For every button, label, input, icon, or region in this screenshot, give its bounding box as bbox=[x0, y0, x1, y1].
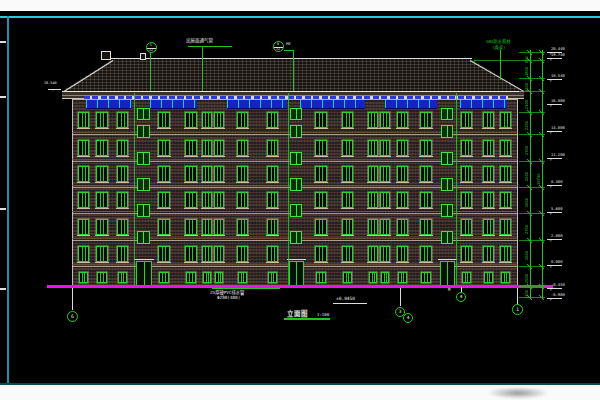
window bbox=[461, 246, 472, 262]
window-sill bbox=[213, 208, 225, 209]
window-sill bbox=[379, 156, 391, 157]
roof-vent bbox=[101, 51, 111, 60]
window-sill bbox=[482, 262, 495, 263]
window-sill bbox=[367, 128, 379, 129]
ground-elevation-underline bbox=[333, 303, 367, 304]
window bbox=[500, 140, 511, 156]
dimension-chain-line bbox=[542, 50, 543, 299]
window bbox=[483, 166, 494, 182]
detail-b-number: 8 bbox=[277, 42, 279, 46]
grid-leader-line bbox=[72, 288, 73, 310]
window bbox=[483, 192, 494, 208]
window-sill bbox=[157, 235, 171, 236]
window-sill bbox=[482, 208, 495, 209]
window-sill bbox=[482, 128, 495, 129]
window bbox=[483, 140, 494, 156]
window-sill bbox=[157, 182, 171, 183]
stair-window bbox=[441, 108, 453, 120]
basement-window bbox=[203, 272, 211, 283]
window-sill bbox=[314, 156, 328, 157]
window bbox=[214, 166, 224, 182]
left-eave-marker-value: 18.540 bbox=[44, 81, 57, 85]
window bbox=[461, 219, 472, 235]
window-sill bbox=[184, 208, 198, 209]
window bbox=[202, 140, 212, 156]
rain-downspout bbox=[288, 93, 289, 286]
dimension-text: 2200 bbox=[524, 116, 529, 130]
elevation-marker-value: -0.900 bbox=[551, 292, 565, 297]
window-sill bbox=[499, 156, 512, 157]
window bbox=[202, 166, 212, 182]
window-sill bbox=[116, 182, 129, 183]
window-sill bbox=[379, 235, 391, 236]
window-sill bbox=[184, 156, 198, 157]
window-sill bbox=[314, 235, 328, 236]
window-sill bbox=[367, 262, 379, 263]
window bbox=[214, 112, 224, 128]
window-sill bbox=[341, 235, 354, 236]
basement-window bbox=[484, 272, 493, 283]
window bbox=[185, 166, 197, 182]
window-sill bbox=[95, 235, 109, 236]
window-sill bbox=[95, 262, 109, 263]
roof-vent bbox=[140, 53, 146, 60]
elevation-marker-triangle: ▿ bbox=[550, 184, 552, 189]
window bbox=[315, 219, 327, 235]
window bbox=[158, 246, 170, 262]
basement-window bbox=[501, 272, 510, 283]
window-sill bbox=[157, 128, 171, 129]
window-sill bbox=[116, 156, 129, 157]
grid-leader-line bbox=[517, 288, 518, 304]
window-sill bbox=[236, 208, 249, 209]
window bbox=[117, 192, 128, 208]
window-sill bbox=[266, 182, 279, 183]
window bbox=[214, 219, 224, 235]
stair-window bbox=[441, 231, 453, 244]
window-sill bbox=[236, 182, 249, 183]
elevation-marker-value: 14.000 bbox=[551, 125, 565, 130]
elevation-marker-triangle: ▿ bbox=[550, 103, 552, 108]
dimension-text: 2700 bbox=[524, 141, 529, 155]
dimension-text: 1300 bbox=[524, 78, 529, 92]
drawing-title: 立面图 bbox=[287, 308, 308, 318]
window bbox=[368, 219, 378, 235]
entrance-door bbox=[289, 261, 304, 286]
elevation-marker-value: 19.740 bbox=[551, 52, 565, 57]
elevation-marker-value: -0.450 bbox=[551, 282, 565, 287]
detail-a-sheet: J2 bbox=[149, 48, 153, 52]
basement-window bbox=[238, 272, 247, 283]
window bbox=[158, 219, 170, 235]
left-eave-marker-triangle: ▿ bbox=[52, 87, 54, 92]
cad-elevation-drawing: 8001800130021002200270026002600270026002… bbox=[0, 0, 600, 400]
window-sill bbox=[419, 128, 433, 129]
window-sill bbox=[419, 182, 433, 183]
window-sill bbox=[213, 262, 225, 263]
detail-callout-b: 8 J2 bbox=[273, 41, 284, 52]
window-sill bbox=[379, 208, 391, 209]
window bbox=[397, 219, 408, 235]
basement-window bbox=[421, 272, 431, 283]
stair-window bbox=[290, 152, 302, 165]
window bbox=[267, 112, 278, 128]
left-eave-marker-line bbox=[48, 89, 61, 90]
window bbox=[78, 219, 89, 235]
stair-window bbox=[290, 178, 302, 191]
window bbox=[315, 192, 327, 208]
window-sill bbox=[266, 235, 279, 236]
window bbox=[267, 219, 278, 235]
window-sill bbox=[341, 262, 354, 263]
film-edge-dash bbox=[0, 208, 6, 210]
window bbox=[461, 112, 472, 128]
drawing-content: 8001800130021002200270026002600270026002… bbox=[0, 0, 600, 400]
basement-window bbox=[381, 272, 389, 283]
stair-window bbox=[441, 125, 453, 138]
window-sill bbox=[499, 128, 512, 129]
window bbox=[202, 219, 212, 235]
stair-window bbox=[137, 231, 150, 244]
stair-window bbox=[137, 204, 150, 217]
window bbox=[368, 166, 378, 182]
entrance-canopy bbox=[134, 259, 154, 260]
dimension-text: 2600 bbox=[524, 246, 529, 260]
window-sill bbox=[460, 235, 473, 236]
film-edge-dash bbox=[0, 41, 6, 43]
